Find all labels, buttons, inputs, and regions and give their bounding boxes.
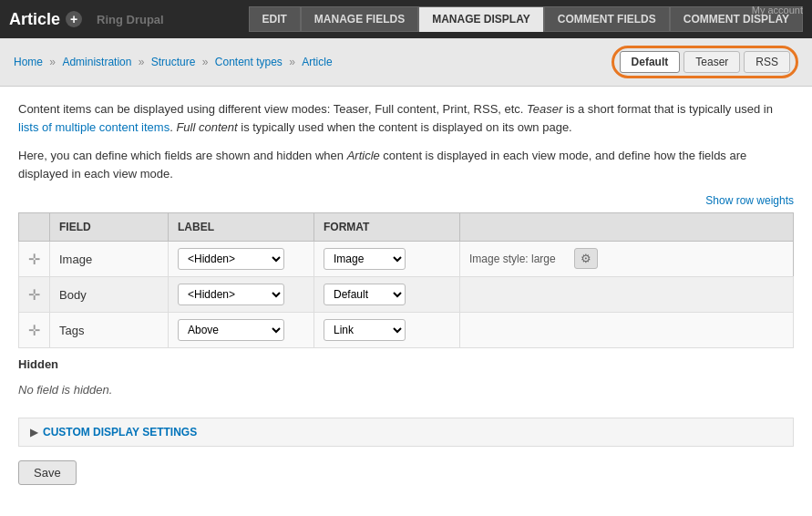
- breadcrumb-article[interactable]: Article: [302, 56, 332, 68]
- save-button[interactable]: Save: [18, 460, 77, 485]
- label-select-tags[interactable]: <Hidden> Above Inline Visually Hidden: [178, 319, 284, 341]
- table-header-row: FIELD LABEL FORMAT: [19, 213, 794, 242]
- page-title: Article + Ring Drupal: [9, 10, 164, 29]
- label-select-image[interactable]: <Hidden> Above Inline Visually Hidden: [178, 248, 284, 270]
- field-name-image: Image: [50, 242, 169, 277]
- field-name-body: Body: [50, 277, 169, 313]
- table-row: ✛ Tags <Hidden> Above Inline Visually Hi…: [19, 313, 794, 348]
- gear-button-image[interactable]: ⚙: [574, 248, 598, 269]
- extra-cell-tags: [460, 313, 794, 348]
- format-cell-body: Default Plain text Trimmed Hidden: [314, 277, 460, 313]
- drag-handle-icon[interactable]: ✛: [28, 287, 40, 303]
- article-title: Article: [9, 10, 60, 29]
- breadcrumb-home[interactable]: Home: [14, 56, 43, 68]
- tab-manage-fields[interactable]: MANAGE FIELDS: [301, 6, 418, 32]
- view-mode-rss[interactable]: RSS: [744, 51, 790, 73]
- description-2: Here, you can define which fields are sh…: [18, 147, 794, 182]
- arrow-icon: ▶: [30, 427, 37, 439]
- field-name-tags: Tags: [50, 313, 169, 348]
- view-modes-group: Default Teaser RSS: [612, 46, 798, 78]
- hidden-title: Hidden: [18, 357, 794, 371]
- description-1: Content items can be displayed using dif…: [18, 100, 794, 136]
- custom-display-header[interactable]: ▶ CUSTOM DISPLAY SETTINGS: [19, 418, 793, 446]
- row-weights-container: Show row weights: [18, 193, 794, 207]
- breadcrumb-structure[interactable]: Structure: [151, 56, 196, 68]
- image-style-text: Image style: large: [469, 253, 556, 265]
- format-select-body[interactable]: Default Plain text Trimmed Hidden: [324, 284, 406, 305]
- header: Article + Ring Drupal EDIT MANAGE FIELDS…: [0, 0, 812, 38]
- extra-cell-body: [460, 277, 794, 313]
- custom-display-settings: ▶ CUSTOM DISPLAY SETTINGS: [18, 418, 794, 447]
- breadcrumb: Home » Administration » Structure » Cont…: [14, 56, 333, 68]
- save-section: Save: [18, 460, 794, 485]
- format-select-tags[interactable]: Link Plain text Hidden: [324, 319, 406, 341]
- main-content: Content items can be displayed using dif…: [0, 87, 812, 499]
- format-select-image[interactable]: Image Hidden: [324, 248, 406, 270]
- label-cell-body: <Hidden> Above Inline Visually Hidden: [169, 277, 314, 313]
- drag-handle-icon[interactable]: ✛: [28, 252, 40, 267]
- nav-tabs: EDIT MANAGE FIELDS MANAGE DISPLAY COMMEN…: [249, 6, 804, 32]
- format-cell-tags: Link Plain text Hidden: [314, 313, 460, 348]
- hidden-empty-text: No field is hidden.: [18, 376, 794, 404]
- label-cell-tags: <Hidden> Above Inline Visually Hidden: [169, 313, 314, 348]
- view-mode-teaser[interactable]: Teaser: [684, 51, 740, 73]
- my-account-link[interactable]: My account: [752, 5, 803, 15]
- label-cell-image: <Hidden> Above Inline Visually Hidden: [169, 242, 314, 277]
- drag-handle-cell: ✛: [19, 313, 50, 348]
- th-extra: [460, 213, 794, 242]
- breadcrumb-administration[interactable]: Administration: [62, 56, 131, 68]
- th-drag: [19, 213, 50, 242]
- table-row: ✛ Image <Hidden> Above Inline Visually H…: [19, 242, 794, 277]
- view-modes: Default Teaser RSS: [612, 46, 798, 78]
- drag-handle-icon[interactable]: ✛: [28, 323, 40, 338]
- tab-comment-fields[interactable]: COMMENT FIELDS: [544, 6, 670, 32]
- view-mode-default[interactable]: Default: [620, 51, 681, 73]
- label-select-body[interactable]: <Hidden> Above Inline Visually Hidden: [178, 284, 284, 305]
- table-row: ✛ Body <Hidden> Above Inline Visually Hi…: [19, 277, 794, 313]
- breadcrumb-content-types[interactable]: Content types: [215, 56, 283, 68]
- drag-handle-cell: ✛: [19, 242, 50, 277]
- add-content-icon[interactable]: +: [66, 11, 82, 27]
- show-row-weights-link[interactable]: Show row weights: [705, 194, 794, 207]
- breadcrumb-bar: Home » Administration » Structure » Cont…: [0, 38, 812, 87]
- th-label: LABEL: [169, 213, 314, 242]
- drag-handle-cell: ✛: [19, 277, 50, 313]
- drupal-logo: Ring Drupal: [97, 13, 164, 26]
- hidden-section: Hidden No field is hidden.: [18, 357, 794, 404]
- lists-link[interactable]: lists of multiple content items: [18, 120, 170, 134]
- th-format: FORMAT: [314, 213, 460, 242]
- custom-display-link[interactable]: CUSTOM DISPLAY SETTINGS: [43, 426, 197, 439]
- tab-manage-display[interactable]: MANAGE DISPLAY: [418, 6, 544, 32]
- fields-table: FIELD LABEL FORMAT ✛ Image <Hidden> Abov…: [18, 212, 794, 348]
- extra-cell-image: Image style: large ⚙: [460, 242, 793, 275]
- th-field: FIELD: [50, 213, 169, 242]
- format-cell-image: Image Hidden: [314, 242, 460, 277]
- tab-edit[interactable]: EDIT: [249, 6, 301, 32]
